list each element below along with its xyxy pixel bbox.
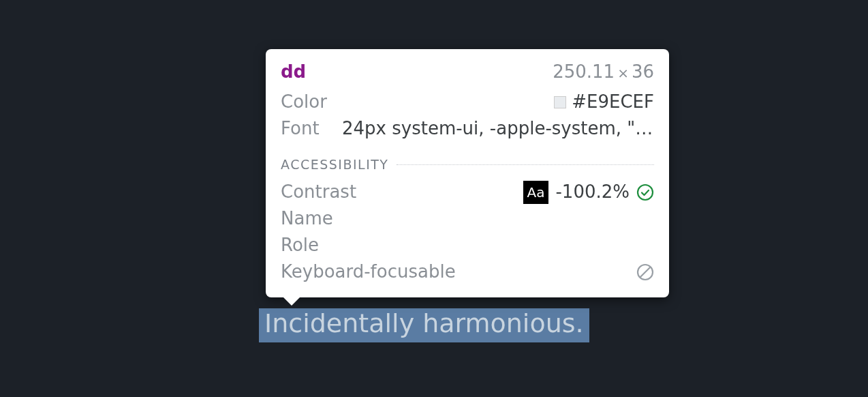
name-row: Name bbox=[281, 205, 654, 232]
role-label: Role bbox=[281, 232, 654, 259]
color-property-row: Color #E9ECEF bbox=[281, 89, 654, 115]
accessibility-title: ACCESSIBILITY bbox=[281, 157, 388, 172]
contrast-value-wrap: Aa -100.2% bbox=[523, 179, 654, 205]
element-tag-name: dd bbox=[281, 61, 306, 82]
contrast-value: -100.2% bbox=[555, 179, 630, 205]
section-divider-line bbox=[397, 164, 654, 165]
svg-point-0 bbox=[638, 185, 653, 200]
dimension-separator: × bbox=[617, 65, 629, 81]
check-circle-icon bbox=[636, 183, 654, 201]
accessibility-section-header: ACCESSIBILITY bbox=[281, 157, 654, 172]
tooltip-header: dd 250.11×36 bbox=[281, 61, 654, 82]
color-value: #E9ECEF bbox=[572, 89, 654, 115]
keyboard-focusable-value bbox=[636, 263, 654, 281]
svg-line-2 bbox=[640, 267, 651, 278]
dimension-height: 36 bbox=[632, 61, 654, 82]
color-swatch-icon bbox=[554, 96, 566, 108]
contrast-row: Contrast Aa -100.2% bbox=[281, 179, 654, 205]
element-dimensions: 250.11×36 bbox=[553, 61, 654, 82]
inspected-element-highlight: Incidentally harmonious. bbox=[259, 308, 589, 342]
role-row: Role bbox=[281, 232, 654, 259]
keyboard-focusable-row: Keyboard-focusable bbox=[281, 259, 654, 285]
not-available-icon bbox=[636, 263, 654, 281]
contrast-sample-badge: Aa bbox=[523, 181, 549, 204]
contrast-label: Contrast bbox=[281, 179, 523, 205]
font-label: Font bbox=[281, 115, 342, 142]
font-value: 24px system-ui, -apple-system, "Segoe… bbox=[342, 115, 654, 142]
color-value-wrap: #E9ECEF bbox=[554, 89, 654, 115]
name-label: Name bbox=[281, 205, 654, 232]
font-property-row: Font 24px system-ui, -apple-system, "Seg… bbox=[281, 115, 654, 142]
keyboard-focusable-label: Keyboard-focusable bbox=[281, 259, 636, 285]
color-label: Color bbox=[281, 89, 327, 115]
dimension-width: 250.11 bbox=[553, 61, 615, 82]
element-inspector-tooltip: dd 250.11×36 Color #E9ECEF Font 24px sys… bbox=[266, 49, 669, 297]
